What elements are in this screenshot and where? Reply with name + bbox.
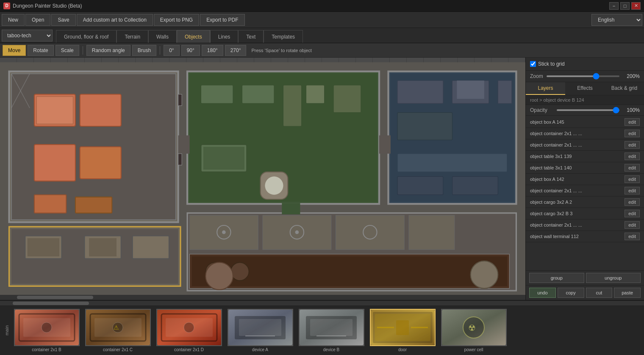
undo-button[interactable]: undo xyxy=(529,288,556,298)
layer-edit-button[interactable]: edit xyxy=(625,164,640,172)
add-art-button[interactable]: Add custom art to Collection xyxy=(77,14,153,26)
canvas-background xyxy=(0,58,525,300)
layer-edit-button[interactable]: edit xyxy=(625,130,640,137)
thumbnails-row: main container 2x1 B xyxy=(0,306,644,355)
tab-walls[interactable]: Walls xyxy=(148,30,177,43)
thumbnail-item[interactable]: container 2x1 D xyxy=(155,309,223,352)
stick-to-grid-label: Stick to grid xyxy=(530,61,565,67)
random-angle-button[interactable]: Random angle xyxy=(86,45,130,56)
layer-item[interactable]: object container 2x1 ... ...edit xyxy=(526,139,644,151)
thumbnail-item[interactable]: ⚠ container 2x1 C xyxy=(84,309,152,352)
angle-0-button[interactable]: 0° xyxy=(164,45,179,56)
brush-button[interactable]: Brush xyxy=(132,45,156,56)
project-select[interactable]: taboo-tech xyxy=(2,30,53,42)
layer-item[interactable]: object cargo 3x2 A 2edit xyxy=(526,197,644,208)
layer-item[interactable]: object cargo 3x2 B 3edit xyxy=(526,208,644,219)
tab-ground[interactable]: Ground, floor & roof xyxy=(56,30,117,43)
layer-edit-button[interactable]: edit xyxy=(625,187,640,194)
new-button[interactable]: New xyxy=(2,14,25,26)
copy-button[interactable]: copy xyxy=(558,288,584,298)
export-png-button[interactable]: Export to PNG xyxy=(154,14,199,26)
tab-text[interactable]: Text xyxy=(238,30,264,43)
angle-90-button[interactable]: 90° xyxy=(181,45,200,56)
tab-templates[interactable]: Templates xyxy=(264,30,303,43)
zoom-slider[interactable] xyxy=(547,75,619,77)
layer-edit-button[interactable]: edit xyxy=(625,118,640,126)
layer-item[interactable]: object table 3x1 140edit xyxy=(526,162,644,174)
minimize-button[interactable]: − xyxy=(609,2,619,10)
dungeon-map xyxy=(0,58,525,300)
layer-edit-button[interactable]: edit xyxy=(625,141,640,149)
svg-rect-58 xyxy=(282,203,300,214)
stick-to-grid-checkbox[interactable] xyxy=(530,61,536,67)
layer-edit-button[interactable]: edit xyxy=(625,153,640,160)
svg-rect-34 xyxy=(457,80,484,99)
tab-lines[interactable]: Lines xyxy=(210,30,239,43)
svg-rect-38 xyxy=(397,177,443,195)
thumbnail-item[interactable]: device B xyxy=(297,309,365,352)
layer-item[interactable]: object box A 142edit xyxy=(526,174,644,185)
layer-edit-button[interactable]: edit xyxy=(625,175,640,183)
svg-rect-18 xyxy=(133,236,169,259)
layer-item[interactable]: object wall terminal 112edit xyxy=(526,231,644,242)
svg-rect-22 xyxy=(203,147,244,170)
thumbnail-item[interactable]: ☢ power cell xyxy=(440,309,508,352)
svg-rect-4 xyxy=(36,97,73,124)
svg-rect-80 xyxy=(310,319,353,336)
bottom-scroll-thumb[interactable] xyxy=(13,302,89,305)
toolrow: Move Rotate Scale Random angle Brush 0° … xyxy=(0,43,644,58)
angle-270-button[interactable]: 270° xyxy=(225,45,247,56)
svg-rect-36 xyxy=(397,113,452,140)
scale-tool-button[interactable]: Scale xyxy=(56,45,79,56)
canvas-horizontal-scrollbar[interactable] xyxy=(0,295,525,300)
layer-edit-button[interactable]: edit xyxy=(625,233,640,240)
svg-rect-5 xyxy=(80,94,121,126)
angle-180-button[interactable]: 180° xyxy=(202,45,223,56)
layer-edit-button[interactable]: edit xyxy=(625,221,640,229)
svg-point-46 xyxy=(222,230,226,234)
bottom-scrollbar[interactable] xyxy=(0,301,644,306)
open-button[interactable]: Open xyxy=(25,14,50,26)
cut-button[interactable]: cut xyxy=(586,288,613,298)
paste-button[interactable]: paste xyxy=(614,288,641,298)
thumbnail-item[interactable]: door xyxy=(369,309,436,352)
close-button[interactable]: ✕ xyxy=(631,2,641,10)
thumbnail-image xyxy=(14,309,80,346)
tab-terrain[interactable]: Terrain xyxy=(117,30,148,43)
layer-list: object box A 145editobject container 2x1… xyxy=(526,116,644,270)
thumbnail-image xyxy=(228,309,293,346)
svg-text:☢: ☢ xyxy=(468,323,476,333)
layer-edit-button[interactable]: edit xyxy=(625,210,640,217)
group-button[interactable]: group xyxy=(529,273,584,283)
thumbnail-item[interactable]: container 2x1 B xyxy=(13,309,80,352)
layer-item[interactable]: object container 2x1 ... ...edit xyxy=(526,128,644,139)
app-title: Dungeon Painter Studio (Beta) xyxy=(13,3,609,9)
layer-edit-button[interactable]: edit xyxy=(625,198,640,206)
layer-item[interactable]: object container 2x1 ... ...edit xyxy=(526,219,644,231)
canvas-scroll-thumb[interactable] xyxy=(17,296,93,299)
canvas-area[interactable] xyxy=(0,58,525,300)
rotate-tool-button[interactable]: Rotate xyxy=(28,45,53,56)
titlebar: D Dungeon Painter Studio (Beta) − □ ✕ xyxy=(0,0,644,12)
maximize-button[interactable]: □ xyxy=(620,2,630,10)
layer-item[interactable]: object box A 145edit xyxy=(526,116,644,128)
thumbnail-image: ⚠ xyxy=(85,309,151,346)
layer-item[interactable]: object table 3x1 139edit xyxy=(526,151,644,162)
language-select[interactable]: English French German xyxy=(591,14,642,26)
export-pdf-button[interactable]: Export to PDF xyxy=(200,14,244,26)
tab-back-grid[interactable]: Back & grid xyxy=(605,82,644,95)
right-panel: Stick to grid Zoom 200% Layers Effects B… xyxy=(525,58,644,300)
thumbnail-item[interactable]: device A xyxy=(226,309,294,352)
layer-item[interactable]: object container 2x1 ... ...edit xyxy=(526,185,644,197)
layer-name: object cargo 3x2 A 2 xyxy=(530,200,625,205)
svg-rect-17 xyxy=(89,238,117,256)
tab-effects[interactable]: Effects xyxy=(565,82,605,95)
opacity-slider[interactable] xyxy=(557,109,619,111)
tab-objects[interactable]: Objects xyxy=(177,30,210,43)
layer-name: object container 2x1 ... ... xyxy=(530,222,625,227)
save-button[interactable]: Save xyxy=(51,14,75,26)
ungroup-button[interactable]: ungroup xyxy=(586,273,641,283)
move-tool-button[interactable]: Move xyxy=(3,45,26,56)
tab-layers[interactable]: Layers xyxy=(526,82,565,95)
thumbnail-image xyxy=(370,309,436,346)
